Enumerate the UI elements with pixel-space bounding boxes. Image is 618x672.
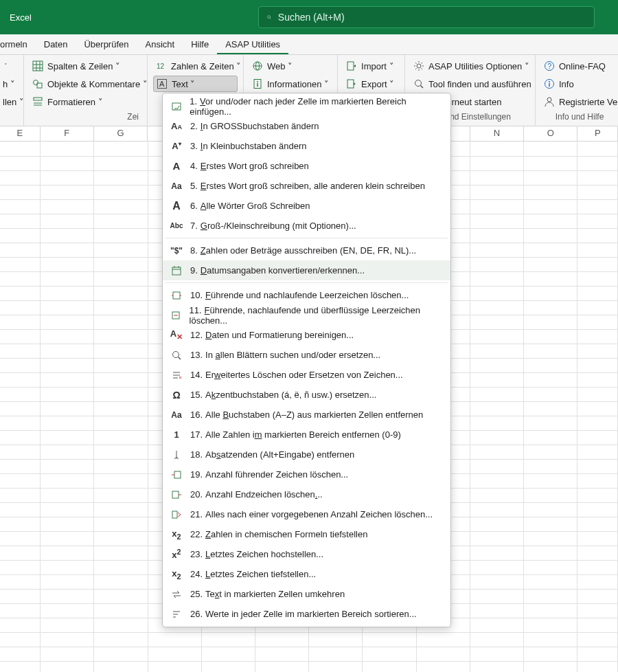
cell[interactable] [94,358,148,372]
format-button[interactable]: Formatieren ˅ [30,93,141,110]
cell[interactable] [523,445,577,459]
cell[interactable] [523,185,577,199]
cell[interactable] [577,257,618,271]
cell[interactable] [41,243,94,257]
cell[interactable] [577,214,618,228]
cell[interactable] [94,560,148,574]
cell[interactable] [309,632,363,647]
cell[interactable] [577,445,618,459]
cell[interactable] [0,603,41,618]
cell[interactable] [0,271,41,286]
menu-item-2[interactable]: AA2.In GROSSbuchstaben ändern [163,116,450,136]
cell[interactable] [470,589,523,603]
cell[interactable] [94,618,148,632]
cell[interactable] [94,185,148,199]
cell[interactable] [94,517,148,531]
cell[interactable] [94,589,148,603]
cell[interactable] [0,647,41,661]
cell[interactable] [523,142,577,156]
cell[interactable] [94,156,148,170]
cell[interactable] [0,445,41,459]
cell[interactable] [577,344,618,358]
cell[interactable] [41,416,94,430]
cell[interactable] [523,271,577,286]
cell[interactable] [470,459,523,473]
cell[interactable] [41,632,94,647]
column-header[interactable]: E [0,126,41,142]
menu-item-8[interactable]: "$"8.Zahlen oder Beträge ausschreiben (E… [163,240,450,260]
columns-rows-button[interactable]: Spalten & Zeilen ˅ [30,58,141,74]
cell[interactable] [523,214,577,228]
column-header[interactable]: P [577,126,618,142]
column-header[interactable]: N [470,126,524,142]
cell[interactable] [0,372,41,387]
cell[interactable] [201,661,255,672]
menu-item-20[interactable]: 20.Anzahl Endzeichen löschen... [163,484,450,504]
menu-item-18[interactable]: 18.Absatzenden (Alt+Eingabe) entfernen [163,445,450,464]
cell[interactable] [523,416,577,430]
cell[interactable] [577,156,618,170]
import-button[interactable]: Import ˅ [343,58,399,74]
cell[interactable] [416,661,470,672]
cell[interactable] [41,574,94,589]
column-header[interactable]: F [41,126,94,142]
menu-item-11[interactable]: 11.Führende, nachlaufende und überflüssi… [163,305,450,325]
cell[interactable] [523,156,577,170]
cell[interactable] [94,170,148,185]
cell[interactable] [523,243,577,257]
cell[interactable] [148,661,201,672]
info-button[interactable]: Info [541,76,618,92]
cell[interactable] [577,300,618,315]
cell[interactable] [41,228,94,243]
cell[interactable] [94,344,148,358]
cell[interactable] [255,647,308,661]
cell[interactable] [255,632,308,647]
cell[interactable] [94,257,148,271]
cell[interactable] [577,517,618,531]
cell[interactable] [0,661,41,672]
cell[interactable] [470,344,523,358]
cell[interactable] [0,430,41,445]
cell[interactable] [523,430,577,445]
cell[interactable] [470,488,523,502]
cell[interactable] [94,445,148,459]
cell[interactable] [577,401,618,416]
cell[interactable] [470,502,523,517]
cell[interactable] [41,517,94,531]
menu-item-16[interactable]: Aa16.Alle Buchstaben (A–Z) aus markierte… [163,405,450,425]
cell[interactable] [470,387,523,401]
cell[interactable] [523,661,577,672]
cell[interactable] [523,546,577,560]
find-run-tool-button[interactable]: Tool finden und ausführen [411,76,529,92]
cell[interactable] [41,286,94,300]
cell[interactable] [41,257,94,271]
cell[interactable] [94,502,148,517]
cell[interactable] [0,315,41,329]
cell[interactable] [577,271,618,286]
cell[interactable] [577,502,618,517]
cell[interactable] [0,531,41,546]
cell[interactable] [523,574,577,589]
cell[interactable] [0,546,41,560]
cell[interactable] [470,416,523,430]
cell[interactable] [94,286,148,300]
cell[interactable] [470,214,523,228]
cell[interactable] [577,387,618,401]
cell[interactable] [41,329,94,344]
cell[interactable] [523,387,577,401]
cell[interactable] [577,647,618,661]
cell[interactable] [0,185,41,199]
cell[interactable] [201,632,255,647]
tab-überprüfen[interactable]: Überprüfen [76,35,137,54]
cell[interactable] [523,286,577,300]
menu-item-17[interactable]: 117.Alle Zahlen im markierten Bereich en… [163,425,450,445]
cell[interactable] [470,546,523,560]
tab-asap-utilities[interactable]: ASAP Utilities [217,35,288,54]
asap-options-button[interactable]: ASAP Utilities Optionen ˅ [411,58,529,74]
cell[interactable] [470,286,523,300]
cell[interactable] [577,574,618,589]
cell[interactable] [0,416,41,430]
cell[interactable] [0,156,41,170]
cell[interactable] [416,647,470,661]
menu-item-7[interactable]: Abc7.Groß-/Kleinschreibung (mit Optionen… [163,216,450,236]
